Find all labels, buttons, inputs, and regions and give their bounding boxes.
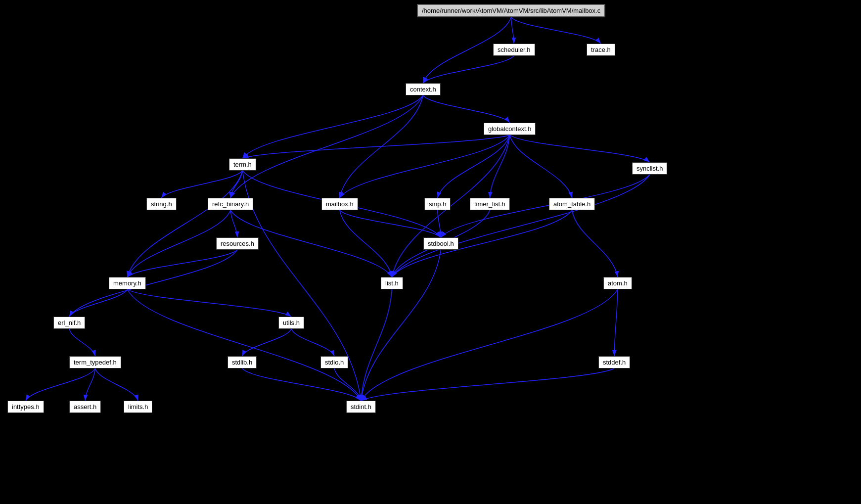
node-term_h: term.h [229,158,256,171]
node-mailbox_c: /home/runner/work/AtomVM/AtomVM/src/libA… [417,4,605,17]
node-atom_table_h: atom_table.h [549,198,595,210]
node-timer_list_h: timer_list.h [470,198,510,210]
node-atom_h: atom.h [603,277,632,289]
node-stddef_h: stddef.h [598,356,630,368]
node-utils_h: utils.h [278,317,304,329]
dependency-graph-edges [0,0,861,504]
node-synclist_h: synclist.h [632,162,667,175]
node-refc_binary_h: refc_binary.h [208,198,253,210]
node-trace_h: trace.h [587,44,615,56]
node-context_h: context.h [406,83,441,95]
node-stdbool_h: stdbool.h [423,237,458,250]
node-erl_nif_h: erl_nif.h [53,317,85,329]
node-smp_h: smp.h [424,198,451,210]
node-resources_h: resources.h [216,237,259,250]
node-stdlib_h: stdlib.h [227,356,257,368]
node-list_h: list.h [381,277,403,289]
node-stdio_h: stdio.h [320,356,348,368]
node-globalcontext_h: globalcontext.h [484,123,536,135]
node-assert_h: assert.h [69,401,101,413]
node-memory_h: memory.h [109,277,146,289]
node-inttypes_h: inttypes.h [7,401,44,413]
node-term_typedef_h: term_typedef.h [69,356,121,368]
node-scheduler_h: scheduler.h [493,44,535,56]
node-limits_h: limits.h [124,401,152,413]
node-stdint_h: stdint.h [346,401,376,413]
node-string_h: string.h [146,198,177,210]
node-mailbox_h: mailbox.h [321,198,358,210]
